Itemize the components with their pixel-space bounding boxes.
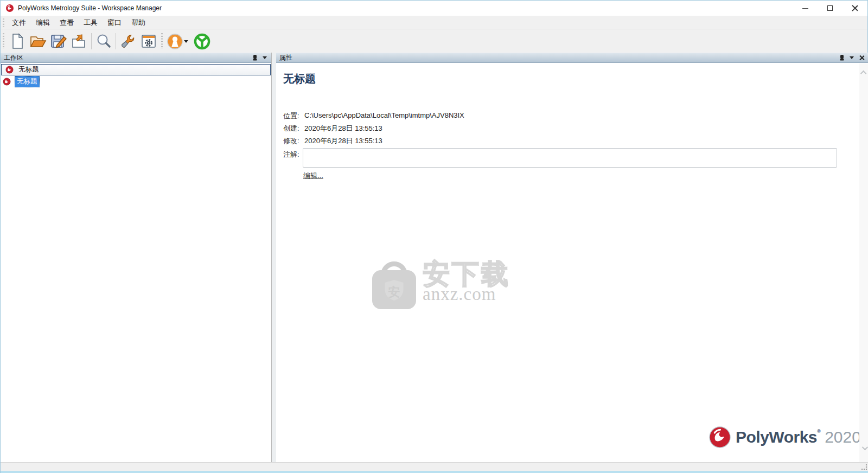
workspace-pin-button[interactable] xyxy=(250,53,260,62)
search-icon xyxy=(95,33,112,50)
workspace-panel-header: 工作区 xyxy=(1,53,271,63)
new-workspace-button[interactable] xyxy=(7,31,28,52)
chevron-down-icon xyxy=(861,444,867,450)
import-workspace-button[interactable] xyxy=(69,31,90,52)
workspace-menu-button[interactable] xyxy=(260,53,270,62)
property-label: 修改: xyxy=(283,136,304,146)
workspace-item-label: 无标题 xyxy=(18,65,39,74)
edit-link[interactable]: 编辑... xyxy=(303,171,323,181)
properties-heading: 无标题 xyxy=(283,72,316,86)
title-bar: PolyWorks Metrology Suite - Workspace Ma… xyxy=(1,1,867,16)
find-button[interactable] xyxy=(93,31,114,52)
menu-help[interactable]: 帮助 xyxy=(126,16,150,30)
properties-menu-button[interactable] xyxy=(847,53,857,62)
resize-grip[interactable] xyxy=(861,464,867,470)
maximize-icon xyxy=(827,5,833,11)
brand-name: PolyWorks® xyxy=(736,428,820,446)
close-button[interactable] xyxy=(843,1,867,16)
polyworks-item-icon xyxy=(5,66,14,74)
main-area: 工作区 无标题 xyxy=(1,53,868,462)
toolbar-grip[interactable] xyxy=(3,33,4,49)
workspace-panel: 工作区 无标题 xyxy=(1,53,272,462)
property-row-location: 位置: C:\Users\pc\AppData\Local\Temp\imtmp… xyxy=(283,111,464,121)
license-dropdown-button[interactable] xyxy=(184,31,192,52)
polyworks-app-icon xyxy=(5,4,14,12)
toolbar-separator xyxy=(116,33,116,49)
scroll-up-button[interactable] xyxy=(859,68,868,77)
properties-content: 无标题 位置: C:\Users\pc\AppData\Local\Temp\i… xyxy=(276,63,859,462)
connect-button[interactable] xyxy=(192,31,212,52)
brand-year: 2020 xyxy=(825,428,861,446)
close-icon xyxy=(852,5,858,11)
menu-tools[interactable]: 工具 xyxy=(79,16,103,30)
open-workspace-button[interactable] xyxy=(28,31,48,52)
polyworks-branding: PolyWorks® 2020 xyxy=(709,426,861,449)
dropdown-arrow-icon xyxy=(184,40,188,43)
chevron-down-icon xyxy=(263,56,267,59)
close-icon xyxy=(859,55,864,60)
menu-window[interactable]: 窗口 xyxy=(103,16,126,30)
app-window: PolyWorks Metrology Suite - Workspace Ma… xyxy=(0,0,868,473)
property-row-modified: 修改: 2020年6月28日 13:55:13 xyxy=(283,136,382,146)
property-value: C:\Users\pc\AppData\Local\Temp\imtmp\AJV… xyxy=(304,111,464,121)
workspace-panel-title: 工作区 xyxy=(4,53,250,62)
window-controls xyxy=(793,1,867,16)
menu-file[interactable]: 文件 xyxy=(7,16,31,30)
property-value: 2020年6月28日 13:55:13 xyxy=(304,136,382,146)
keyhole-user-icon xyxy=(167,33,183,50)
chevron-up-icon xyxy=(860,70,866,76)
pin-icon xyxy=(840,55,844,61)
window-title: PolyWorks Metrology Suite - Workspace Ma… xyxy=(18,4,162,12)
import-folder-icon xyxy=(70,33,88,50)
window-gear-icon xyxy=(140,33,157,50)
menubar-grip[interactable] xyxy=(3,18,4,28)
vertical-scrollbar[interactable] xyxy=(859,63,868,462)
save-icon xyxy=(49,33,68,50)
properties-panel: 属性 无标题 位置: C:\Users\pc\AppData\Local xyxy=(276,53,868,462)
toolbar-grip[interactable] xyxy=(161,33,163,49)
chevron-down-icon xyxy=(850,56,854,59)
comment-label: 注解: xyxy=(283,150,299,159)
properties-panel-header: 属性 xyxy=(276,53,868,63)
property-label: 创建: xyxy=(283,124,304,133)
comment-textarea[interactable] xyxy=(303,148,837,168)
new-document-icon xyxy=(9,33,26,50)
save-workspace-button[interactable] xyxy=(48,31,69,52)
menu-bar: 文件 编辑 查看 工具 窗口 帮助 xyxy=(1,16,867,30)
polyworks-logo-icon xyxy=(709,426,731,449)
pin-icon xyxy=(253,55,257,61)
workspace-item-selected[interactable]: 无标题 xyxy=(1,76,271,87)
property-value: 2020年6月28日 13:55:13 xyxy=(304,124,382,133)
workspace-list: 无标题 无标题 xyxy=(1,63,271,87)
options-button[interactable] xyxy=(138,31,159,52)
properties-close-button[interactable] xyxy=(857,53,866,62)
panel-splitter[interactable] xyxy=(272,53,276,462)
open-folder-icon xyxy=(29,33,47,50)
maximize-button[interactable] xyxy=(818,1,843,16)
workspace-item-label-selected: 无标题 xyxy=(15,76,40,87)
registered-mark: ® xyxy=(817,429,820,434)
properties-panel-title: 属性 xyxy=(279,53,837,62)
window-bottom-edge xyxy=(1,471,868,473)
minimize-icon xyxy=(802,8,808,9)
toolbar-separator xyxy=(91,33,92,49)
menu-view[interactable]: 查看 xyxy=(55,16,79,30)
property-label: 位置: xyxy=(283,111,304,121)
toolbar xyxy=(1,30,867,53)
minimize-button[interactable] xyxy=(793,1,818,16)
property-row-created: 创建: 2020年6月28日 13:55:13 xyxy=(283,124,382,133)
workspace-open-item[interactable]: 无标题 xyxy=(1,64,271,75)
menu-edit[interactable]: 编辑 xyxy=(31,16,55,30)
status-bar xyxy=(1,462,868,471)
polyworks-item-icon xyxy=(3,78,11,86)
tools-button[interactable] xyxy=(118,31,138,52)
green-hub-icon xyxy=(194,33,210,50)
wrench-icon xyxy=(119,33,137,50)
license-user-button[interactable] xyxy=(165,31,184,52)
scroll-down-button[interactable] xyxy=(859,443,868,452)
properties-pin-button[interactable] xyxy=(837,53,847,62)
